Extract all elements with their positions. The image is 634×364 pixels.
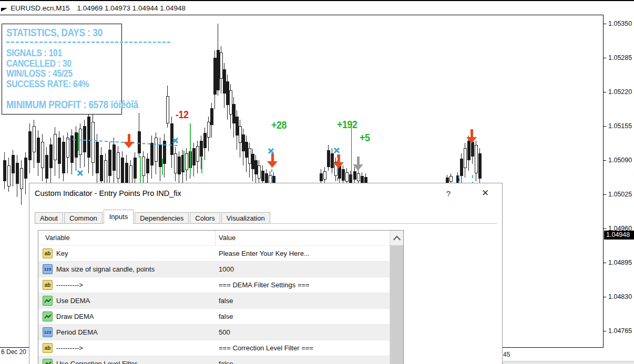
candlestick-body <box>146 159 149 173</box>
table-row[interactable]: 123Period DEMA500 <box>38 324 390 340</box>
candlestick-body <box>357 173 360 181</box>
table-row[interactable]: ab---------->=== Correction Level Filter… <box>38 340 390 356</box>
candlestick-body <box>54 134 57 160</box>
table-row[interactable]: Draw DEMAfalse <box>38 308 390 324</box>
candlestick-body <box>113 144 116 171</box>
horizontal-scrollbar[interactable] <box>502 361 634 364</box>
table-row[interactable]: abKeyPlease Enter Your Key Here... <box>38 245 390 261</box>
candlestick-body <box>323 171 326 180</box>
gray-sell-arrow-icon <box>353 157 363 171</box>
candlestick-body <box>45 155 48 179</box>
table-scrollbar[interactable] <box>390 231 403 364</box>
dialog-tab-bar: AboutCommonInputsDependenciesColorsVisua… <box>35 209 271 224</box>
candlestick-body <box>37 138 40 163</box>
mt-terminal-window: EURUSD.ecn,M15 1.04969 1.04973 1.04944 1… <box>0 0 634 364</box>
tab-about[interactable]: About <box>35 212 63 224</box>
param-name: Max size of signal candle, points <box>56 265 155 273</box>
candlestick-body <box>79 129 82 155</box>
candlestick-body <box>155 138 158 162</box>
ab-param-icon: ab <box>43 280 53 290</box>
table-row[interactable]: ab---------->=== DEMA Filter Settings ==… <box>38 277 390 293</box>
indicator-properties-dialog: Custom Indicator - Entry Points Pro IND_… <box>29 183 503 364</box>
arrow-shaft <box>357 157 360 164</box>
arrow-head <box>333 162 344 169</box>
statistics-panel: STATISTICS, DAYS : 30 SIGNALS : 101CANCE… <box>2 24 122 115</box>
candlestick-body <box>49 144 53 168</box>
candlestick-body <box>96 142 99 173</box>
candlestick-body <box>66 138 69 158</box>
arrow-shaft <box>271 153 274 161</box>
column-header-variable: Variable <box>45 234 70 242</box>
candlestick-body <box>478 153 482 179</box>
candlestick-body <box>108 150 111 176</box>
inputs-parameter-table: Variable Value abKeyPlease Enter Your Ke… <box>38 230 404 364</box>
price-spike-line <box>351 128 352 180</box>
ab-param-icon: ab <box>43 343 53 353</box>
chart-param-icon <box>43 359 53 364</box>
arrow-head <box>466 137 477 143</box>
candlestick-body <box>24 158 27 179</box>
candlestick-body <box>320 173 323 181</box>
candlestick-body <box>16 163 19 184</box>
candlestick-body <box>91 122 95 163</box>
candlestick-body <box>3 160 6 181</box>
stats-profit-line: MINIMUM PROFIT : 6578 ïóíêòîâ <box>6 98 138 111</box>
arrow-shaft <box>128 134 130 142</box>
green-signal-line <box>162 159 163 175</box>
candlestick-body <box>28 131 32 160</box>
tab-colors[interactable]: Colors <box>190 212 220 224</box>
candlestick-body <box>265 173 268 183</box>
candlestick-body <box>166 96 169 123</box>
param-value[interactable]: false <box>219 313 233 320</box>
candlestick-body <box>174 153 177 173</box>
table-row[interactable]: 123Max size of signal candle, points1000 <box>38 261 390 277</box>
tab-visualization[interactable]: Visualization <box>221 212 270 224</box>
candlestick-body <box>464 148 467 168</box>
candlestick-body <box>349 174 352 183</box>
candlestick-body <box>62 142 65 173</box>
signal-result-label: -12 <box>176 108 189 121</box>
green-signal-line <box>201 156 202 173</box>
candlestick-body <box>460 159 463 176</box>
signal-result-label: +5 <box>360 131 370 144</box>
param-value[interactable]: 500 <box>219 328 230 336</box>
candlestick-body <box>41 142 44 168</box>
candlestick-body <box>200 141 203 157</box>
tab-inputs[interactable]: Inputs <box>104 210 134 224</box>
candlestick-body <box>467 141 471 160</box>
arrow-shaft <box>471 129 473 137</box>
candlestick-body <box>475 145 478 173</box>
param-value[interactable]: 1000 <box>219 265 234 273</box>
param-name: Use DEMA <box>56 297 90 305</box>
param-value[interactable]: === Correction Level Filter === <box>219 344 313 352</box>
arrow-head <box>353 164 363 171</box>
candlestick-body <box>134 158 137 179</box>
param-name: Draw DEMA <box>56 313 94 320</box>
candlestick-body <box>196 146 199 162</box>
candlestick-body <box>58 138 61 164</box>
param-value[interactable]: Please Enter Your Key Here... <box>219 249 310 257</box>
param-value[interactable]: false <box>219 360 233 364</box>
candlestick-body <box>327 150 330 167</box>
close-icon[interactable]: ✕ <box>476 186 494 200</box>
tab-dependencies[interactable]: Dependencies <box>135 212 189 224</box>
candlestick-body <box>261 171 264 181</box>
param-name: ----------> <box>56 281 83 289</box>
param-value[interactable]: === DEMA Filter Settings === <box>219 281 310 289</box>
param-name: Use Correction Level Filter <box>56 360 137 364</box>
ab-param-icon: ab <box>43 248 53 258</box>
table-row[interactable]: Use DEMAfalse <box>38 293 390 308</box>
table-row[interactable]: Use Correction Level Filterfalse <box>38 356 390 364</box>
green-signal-line <box>78 133 79 151</box>
candlestick-body <box>142 157 145 176</box>
param-value[interactable]: false <box>219 297 233 305</box>
candlestick-body <box>121 158 124 184</box>
chevron-up-icon <box>393 236 401 243</box>
tab-common[interactable]: Common <box>64 212 103 224</box>
scrollbar-thumb[interactable] <box>390 245 404 364</box>
signal-result-label: +192 <box>337 118 357 131</box>
param-name: Period DEMA <box>56 328 98 336</box>
help-button[interactable]: ? <box>441 188 456 200</box>
sell-arrow-icon <box>333 154 344 169</box>
scrollbar-up-button[interactable] <box>390 231 404 245</box>
